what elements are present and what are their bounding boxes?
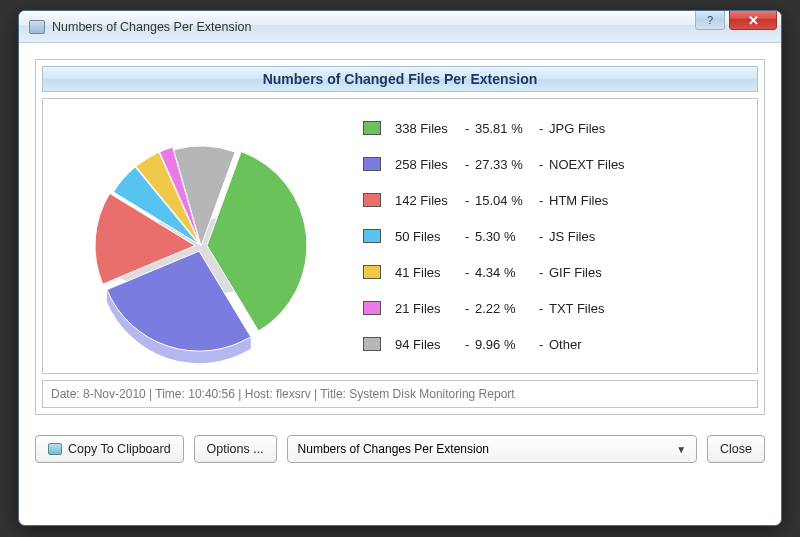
- legend-dash: -: [465, 229, 475, 244]
- options-label: Options ...: [207, 442, 264, 456]
- legend-name: Other: [549, 337, 747, 352]
- legend-swatch: [363, 193, 381, 207]
- legend-value: 50 Files: [395, 229, 465, 244]
- legend-row: 94 Files-9.96 %-Other: [363, 326, 747, 362]
- legend-percent: 27.33 %: [475, 157, 539, 172]
- legend-swatch: [363, 157, 381, 171]
- legend-swatch: [363, 121, 381, 135]
- legend-row: 41 Files-4.34 %-GIF Files: [363, 254, 747, 290]
- legend-row: 21 Files-2.22 %-TXT Files: [363, 290, 747, 326]
- status-bar: Date: 8-Nov-2010 | Time: 10:40:56 | Host…: [42, 380, 758, 408]
- status-time: 10:40:56: [188, 387, 235, 401]
- panel-title: Numbers of Changed Files Per Extension: [42, 66, 758, 92]
- chart-box: 338 Files-35.81 %-JPG Files258 Files-27.…: [42, 98, 758, 374]
- view-selector-dropdown[interactable]: Numbers of Changes Per Extension ▼: [287, 435, 697, 463]
- chart-legend: 338 Files-35.81 %-JPG Files258 Files-27.…: [353, 110, 747, 362]
- client-area: Numbers of Changed Files Per Extension 3…: [19, 43, 781, 479]
- status-title-label: Title:: [320, 387, 346, 401]
- legend-name: JS Files: [549, 229, 747, 244]
- window-close-button[interactable]: ✕: [729, 10, 777, 30]
- status-report-title: System Disk Monitoring Report: [349, 387, 514, 401]
- legend-percent: 2.22 %: [475, 301, 539, 316]
- options-button[interactable]: Options ...: [194, 435, 277, 463]
- legend-swatch: [363, 337, 381, 351]
- legend-value: 258 Files: [395, 157, 465, 172]
- status-date-label: Date:: [51, 387, 80, 401]
- status-time-label: Time:: [155, 387, 185, 401]
- legend-dash: -: [539, 229, 549, 244]
- button-bar: Copy To Clipboard Options ... Numbers of…: [35, 435, 765, 463]
- legend-swatch: [363, 265, 381, 279]
- close-icon: ✕: [748, 13, 759, 28]
- legend-percent: 35.81 %: [475, 121, 539, 136]
- legend-name: JPG Files: [549, 121, 747, 136]
- chart-panel: Numbers of Changed Files Per Extension 3…: [35, 59, 765, 415]
- legend-dash: -: [539, 265, 549, 280]
- legend-value: 94 Files: [395, 337, 465, 352]
- clipboard-icon: [48, 443, 62, 455]
- legend-percent: 5.30 %: [475, 229, 539, 244]
- legend-dash: -: [465, 157, 475, 172]
- legend-name: TXT Files: [549, 301, 747, 316]
- legend-dash: -: [539, 337, 549, 352]
- legend-dash: -: [465, 265, 475, 280]
- legend-row: 258 Files-27.33 %-NOEXT Files: [363, 146, 747, 182]
- legend-name: GIF Files: [549, 265, 747, 280]
- titlebar[interactable]: Numbers of Changes Per Extension ? ✕: [19, 11, 781, 43]
- legend-percent: 15.04 %: [475, 193, 539, 208]
- chevron-down-icon: ▼: [676, 444, 686, 455]
- status-date: 8-Nov-2010: [83, 387, 146, 401]
- legend-value: 21 Files: [395, 301, 465, 316]
- copy-clipboard-button[interactable]: Copy To Clipboard: [35, 435, 184, 463]
- legend-dash: -: [465, 121, 475, 136]
- legend-value: 142 Files: [395, 193, 465, 208]
- status-host: flexsrv: [276, 387, 311, 401]
- help-icon: ?: [707, 14, 713, 26]
- pie-chart: [53, 106, 353, 366]
- help-button[interactable]: ?: [695, 10, 725, 30]
- legend-row: 142 Files-15.04 %-HTM Files: [363, 182, 747, 218]
- legend-row: 50 Files-5.30 %-JS Files: [363, 218, 747, 254]
- legend-name: HTM Files: [549, 193, 747, 208]
- legend-dash: -: [465, 193, 475, 208]
- close-label: Close: [720, 442, 752, 456]
- close-button[interactable]: Close: [707, 435, 765, 463]
- legend-dash: -: [465, 301, 475, 316]
- legend-dash: -: [539, 193, 549, 208]
- legend-name: NOEXT Files: [549, 157, 747, 172]
- legend-percent: 4.34 %: [475, 265, 539, 280]
- legend-dash: -: [539, 157, 549, 172]
- dropdown-value: Numbers of Changes Per Extension: [298, 442, 489, 456]
- app-icon: [29, 20, 45, 34]
- status-host-label: Host:: [245, 387, 273, 401]
- legend-dash: -: [539, 121, 549, 136]
- legend-percent: 9.96 %: [475, 337, 539, 352]
- legend-row: 338 Files-35.81 %-JPG Files: [363, 110, 747, 146]
- legend-dash: -: [465, 337, 475, 352]
- window-buttons: ? ✕: [695, 10, 777, 30]
- legend-value: 338 Files: [395, 121, 465, 136]
- legend-swatch: [363, 301, 381, 315]
- legend-value: 41 Files: [395, 265, 465, 280]
- dialog-window: Numbers of Changes Per Extension ? ✕ Num…: [18, 10, 782, 526]
- copy-label: Copy To Clipboard: [68, 442, 171, 456]
- legend-dash: -: [539, 301, 549, 316]
- legend-swatch: [363, 229, 381, 243]
- window-title: Numbers of Changes Per Extension: [52, 20, 781, 34]
